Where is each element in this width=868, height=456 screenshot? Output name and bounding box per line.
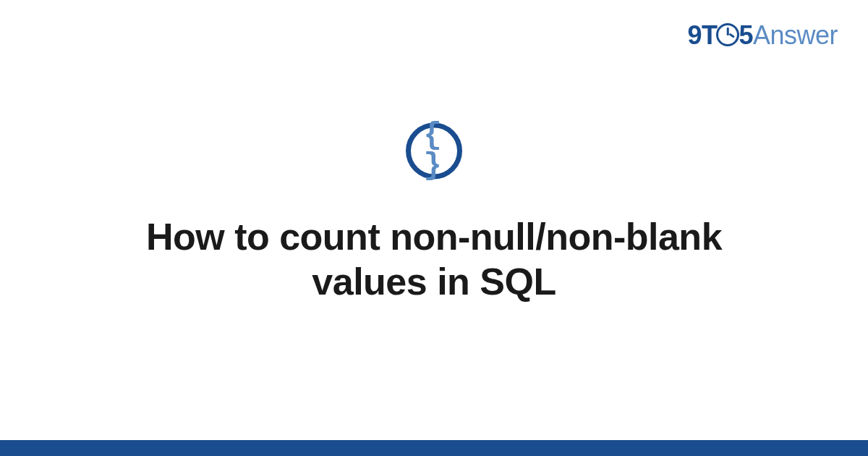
logo-suffix: Answer [753,20,838,50]
logo-middle: 5 [739,20,753,50]
main-content: { } How to count non-null/non-blank valu… [0,123,868,305]
site-logo: 9T5Answer [687,20,838,51]
clock-icon [716,23,739,46]
footer-accent-bar [0,440,868,456]
category-badge: { } [406,123,462,180]
code-braces-icon: { } [411,120,457,181]
logo-prefix: 9T [687,20,717,50]
question-title: How to count non-null/non-blank values i… [90,214,778,305]
